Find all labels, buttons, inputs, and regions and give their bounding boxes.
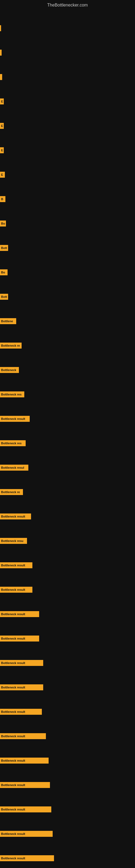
chart-area: EEEEBBoBottBoBottBottleneBottleneck reBo… [0, 9, 135, 868]
bar: Bottleneck result [0, 611, 39, 617]
bar: Bottleneck result [0, 806, 51, 812]
bar-row: Bottleneck result [0, 587, 32, 593]
bar-row: Bottleneck res [0, 392, 24, 397]
bar-row: E [0, 98, 4, 104]
bar-label: Bottleneck result [1, 686, 25, 689]
bar: Bottleneck resu [0, 538, 27, 544]
bar-label: Bottleneck resul [1, 466, 24, 469]
bar-label: Bottleneck result [1, 735, 25, 738]
bar-row: Bottleneck result [0, 709, 42, 715]
bar-row [0, 74, 2, 80]
bar-label: Bottleneck result [1, 637, 25, 640]
bar-row: Bottleneck result [0, 660, 43, 666]
bar-row: Bottleneck result [0, 733, 46, 739]
bar [0, 50, 2, 56]
bar-label: Bottleneck res [1, 442, 21, 445]
bar [0, 25, 1, 31]
bar: B [0, 196, 5, 202]
bar-row [0, 50, 2, 56]
bar: Bottleneck result [0, 562, 32, 568]
bar: E [0, 172, 5, 178]
bar-label: Bottleneck re [1, 344, 20, 347]
bar-label: Bott [1, 295, 7, 299]
bar: E [0, 147, 4, 153]
bar-row: E [0, 172, 5, 178]
bar-row: Bo [0, 220, 6, 226]
bar-label: Bottleneck resu [1, 539, 24, 542]
bar-label: Bottleneck result [1, 832, 25, 835]
bar-row: Bottleneck [0, 367, 19, 373]
bar: Bo [0, 269, 8, 275]
bar: Bottleneck result [0, 831, 53, 837]
bar-row: Bottleneck res [0, 440, 26, 446]
bar-label: B [1, 197, 3, 201]
bar [0, 74, 2, 80]
bar: Bottleneck result [0, 684, 43, 690]
bar-label: Bott [1, 246, 7, 250]
bar-row: E [0, 123, 4, 129]
bar-row: Bottleneck result [0, 611, 39, 617]
bar-label: Bottleneck result [1, 417, 25, 421]
bar: Bottleneck re [0, 489, 23, 495]
bar-row: Bott [0, 245, 8, 251]
bar-row: B [0, 196, 5, 202]
bar: Bottleneck [0, 367, 19, 373]
bar-row: Bottlene [0, 318, 16, 324]
bar-row: Bottleneck re [0, 489, 23, 495]
bar-row: Bottleneck result [0, 562, 32, 568]
bar-label: Bottleneck result [1, 564, 25, 567]
bar: Bottleneck result [0, 416, 30, 422]
bar-label: Bo [1, 222, 5, 225]
bar-row: Bottleneck result [0, 782, 50, 788]
bar: Bottleneck result [0, 660, 43, 666]
bar-label: Bottleneck result [1, 515, 25, 518]
bar: Bott [0, 294, 8, 300]
bar: Bottleneck result [0, 514, 31, 520]
bar-row: Bottleneck result [0, 855, 54, 861]
bar-label: Bottleneck result [1, 613, 25, 616]
bar-label: Bottleneck result [1, 808, 25, 811]
bar: Bottleneck resul [0, 465, 28, 471]
bar-label: E [1, 149, 3, 152]
bar-row: E [0, 147, 4, 153]
bar-row: Bottleneck result [0, 806, 51, 812]
bar-row: Bottleneck resu [0, 538, 27, 544]
bar: E [0, 123, 4, 129]
bar: Bottleneck result [0, 782, 50, 788]
bar-label: E [1, 100, 3, 103]
bar: Bottleneck res [0, 440, 26, 446]
bar-row: Bottleneck result [0, 757, 49, 764]
bar: Bottleneck re [0, 343, 21, 348]
bar-label: Bottleneck res [1, 393, 21, 396]
bar-row: Bottleneck result [0, 514, 31, 520]
bar-label: Bottleneck result [1, 588, 25, 591]
bar: Bottleneck res [0, 392, 24, 397]
bar-label: Bottleneck result [1, 710, 25, 713]
bar-row: Bottleneck re [0, 343, 21, 348]
bar-label: Bottleneck result [1, 759, 25, 762]
bar-row: Bottleneck result [0, 636, 39, 642]
bar-row: Bottleneck resul [0, 465, 28, 471]
bar-row: Bottleneck result [0, 684, 43, 690]
bar-label: E [1, 173, 3, 176]
bar: Bo [0, 220, 6, 226]
bar-row [0, 25, 1, 31]
bar: Bottleneck result [0, 757, 49, 764]
bar-label: Bottleneck result [1, 783, 25, 786]
bar: Bottleneck result [0, 709, 42, 715]
bar: Bottlene [0, 318, 16, 324]
bar-label: Bo [1, 271, 5, 274]
bar-label: E [1, 124, 3, 127]
bar-label: Bottlene [1, 319, 13, 323]
bar-label: Bottleneck [1, 368, 16, 372]
bar: Bottleneck result [0, 587, 32, 593]
bar-row: Bo [0, 269, 8, 275]
site-title: TheBottlenecker.com [0, 0, 135, 9]
bar: E [0, 98, 4, 104]
bar-row: Bottleneck result [0, 831, 53, 837]
bar-row: Bott [0, 294, 8, 300]
bar: Bottleneck result [0, 733, 46, 739]
bar: Bottleneck result [0, 636, 39, 642]
bar-label: Bottleneck result [1, 661, 25, 664]
bar-label: Bottleneck re [1, 490, 20, 494]
